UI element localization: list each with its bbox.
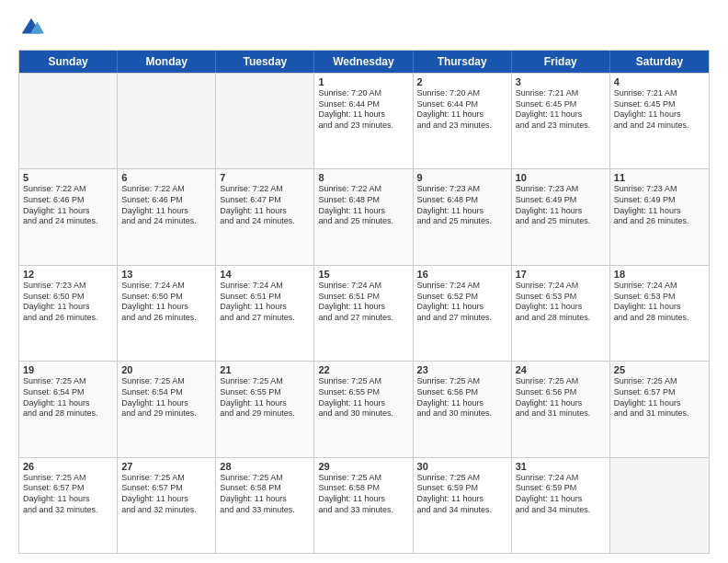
day-number: 26 (23, 461, 113, 472)
sunrise-text: Sunrise: 7:25 AM (417, 473, 507, 484)
calendar-cell: 14Sunrise: 7:24 AMSunset: 6:51 PMDayligh… (216, 266, 314, 361)
daylight-text: Daylight: 11 hours (23, 206, 113, 217)
sunset-text: Sunset: 6:49 PM (614, 195, 705, 206)
weekday-header-friday: Friday (512, 51, 610, 73)
sunrise-text: Sunrise: 7:25 AM (23, 376, 113, 387)
daylight-text: Daylight: 11 hours (121, 398, 211, 409)
sunrise-text: Sunrise: 7:24 AM (318, 281, 408, 292)
calendar-cell: 8Sunrise: 7:22 AMSunset: 6:48 PMDaylight… (314, 169, 413, 264)
daylight-minutes-text: and and 31 minutes. (614, 408, 705, 419)
daylight-text: Daylight: 11 hours (23, 302, 113, 313)
sunset-text: Sunset: 6:58 PM (318, 483, 408, 494)
calendar-row: 5Sunrise: 7:22 AMSunset: 6:46 PMDaylight… (19, 168, 709, 264)
day-number: 11 (614, 172, 705, 183)
day-number: 18 (614, 269, 705, 280)
sunset-text: Sunset: 6:44 PM (318, 99, 408, 110)
sunrise-text: Sunrise: 7:22 AM (220, 184, 310, 195)
calendar-cell: 4Sunrise: 7:21 AMSunset: 6:45 PMDaylight… (610, 74, 709, 168)
calendar-cell: 16Sunrise: 7:24 AMSunset: 6:52 PMDayligh… (414, 266, 512, 361)
sunrise-text: Sunrise: 7:21 AM (516, 88, 606, 99)
calendar-header: SundayMondayTuesdayWednesdayThursdayFrid… (19, 51, 709, 73)
calendar-row: 26Sunrise: 7:25 AMSunset: 6:57 PMDayligh… (19, 457, 709, 553)
calendar-cell: 24Sunrise: 7:25 AMSunset: 6:56 PMDayligh… (512, 362, 610, 456)
daylight-text: Daylight: 11 hours (318, 109, 408, 121)
calendar-cell: 12Sunrise: 7:23 AMSunset: 6:50 PMDayligh… (19, 266, 118, 361)
daylight-minutes-text: and and 25 minutes. (516, 216, 606, 227)
sunrise-text: Sunrise: 7:23 AM (23, 281, 113, 292)
sunrise-text: Sunrise: 7:25 AM (417, 376, 507, 387)
daylight-text: Daylight: 11 hours (417, 398, 507, 409)
weekday-header-wednesday: Wednesday (314, 51, 413, 73)
calendar-cell (610, 458, 709, 553)
sunrise-text: Sunrise: 7:25 AM (614, 376, 705, 387)
calendar-cell: 9Sunrise: 7:23 AMSunset: 6:48 PMDaylight… (414, 169, 512, 264)
calendar-cell: 28Sunrise: 7:25 AMSunset: 6:58 PMDayligh… (216, 458, 314, 553)
sunset-text: Sunset: 6:51 PM (318, 292, 408, 303)
daylight-minutes-text: and and 34 minutes. (516, 505, 606, 516)
sunset-text: Sunset: 6:55 PM (318, 387, 408, 398)
sunrise-text: Sunrise: 7:24 AM (614, 281, 705, 292)
sunset-text: Sunset: 6:49 PM (516, 195, 606, 206)
sunset-text: Sunset: 6:58 PM (220, 483, 310, 494)
calendar-cell: 27Sunrise: 7:25 AMSunset: 6:57 PMDayligh… (118, 458, 216, 553)
daylight-minutes-text: and and 25 minutes. (318, 216, 408, 227)
calendar-cell: 26Sunrise: 7:25 AMSunset: 6:57 PMDayligh… (19, 458, 118, 553)
day-number: 1 (318, 76, 408, 87)
daylight-minutes-text: and and 27 minutes. (417, 313, 507, 324)
sunrise-text: Sunrise: 7:24 AM (220, 281, 310, 292)
daylight-text: Daylight: 11 hours (220, 302, 310, 313)
sunset-text: Sunset: 6:52 PM (417, 292, 507, 303)
day-number: 23 (417, 364, 507, 375)
daylight-minutes-text: and and 30 minutes. (417, 408, 507, 419)
daylight-minutes-text: and and 26 minutes. (614, 216, 705, 227)
day-number: 21 (220, 364, 310, 375)
day-number: 28 (220, 461, 310, 472)
calendar-cell: 29Sunrise: 7:25 AMSunset: 6:58 PMDayligh… (314, 458, 413, 553)
calendar-cell (118, 74, 216, 168)
sunset-text: Sunset: 6:50 PM (121, 292, 211, 303)
sunset-text: Sunset: 6:48 PM (318, 195, 408, 206)
daylight-text: Daylight: 11 hours (417, 494, 507, 505)
day-number: 8 (318, 172, 408, 183)
day-number: 6 (121, 172, 211, 183)
day-number: 2 (417, 76, 507, 87)
calendar-cell: 13Sunrise: 7:24 AMSunset: 6:50 PMDayligh… (118, 266, 216, 361)
daylight-text: Daylight: 11 hours (614, 302, 705, 313)
calendar-cell: 30Sunrise: 7:25 AMSunset: 6:59 PMDayligh… (414, 458, 512, 553)
daylight-minutes-text: and and 24 minutes. (23, 216, 113, 227)
daylight-minutes-text: and and 31 minutes. (516, 408, 606, 419)
daylight-text: Daylight: 11 hours (121, 206, 211, 217)
sunrise-text: Sunrise: 7:25 AM (220, 376, 310, 387)
daylight-minutes-text: and and 26 minutes. (23, 313, 113, 324)
daylight-minutes-text: and and 32 minutes. (121, 505, 211, 516)
calendar-body: 1Sunrise: 7:20 AMSunset: 6:44 PMDaylight… (19, 73, 709, 553)
day-number: 5 (23, 172, 113, 183)
sunset-text: Sunset: 6:54 PM (121, 387, 211, 398)
sunrise-text: Sunrise: 7:21 AM (614, 88, 705, 99)
weekday-header-thursday: Thursday (414, 51, 512, 73)
logo-icon (18, 15, 44, 40)
sunrise-text: Sunrise: 7:22 AM (121, 184, 211, 195)
daylight-text: Daylight: 11 hours (516, 206, 606, 217)
sunrise-text: Sunrise: 7:24 AM (516, 473, 606, 484)
daylight-text: Daylight: 11 hours (614, 398, 705, 409)
weekday-header-tuesday: Tuesday (216, 51, 314, 73)
sunrise-text: Sunrise: 7:25 AM (516, 376, 606, 387)
daylight-minutes-text: and and 24 minutes. (614, 121, 705, 132)
page: SundayMondayTuesdayWednesdayThursdayFrid… (0, 0, 728, 563)
daylight-minutes-text: and and 32 minutes. (23, 505, 113, 516)
sunset-text: Sunset: 6:59 PM (417, 483, 507, 494)
sunset-text: Sunset: 6:54 PM (23, 387, 113, 398)
day-number: 22 (318, 364, 408, 375)
sunset-text: Sunset: 6:44 PM (417, 99, 507, 110)
daylight-minutes-text: and and 28 minutes. (23, 408, 113, 419)
daylight-minutes-text: and and 24 minutes. (220, 216, 310, 227)
daylight-minutes-text: and and 23 minutes. (318, 121, 408, 132)
sunset-text: Sunset: 6:51 PM (220, 292, 310, 303)
calendar-cell: 11Sunrise: 7:23 AMSunset: 6:49 PMDayligh… (610, 169, 709, 264)
sunrise-text: Sunrise: 7:20 AM (318, 88, 408, 99)
sunrise-text: Sunrise: 7:25 AM (318, 376, 408, 387)
daylight-minutes-text: and and 29 minutes. (220, 408, 310, 419)
day-number: 30 (417, 461, 507, 472)
calendar-cell: 1Sunrise: 7:20 AMSunset: 6:44 PMDaylight… (314, 74, 413, 168)
